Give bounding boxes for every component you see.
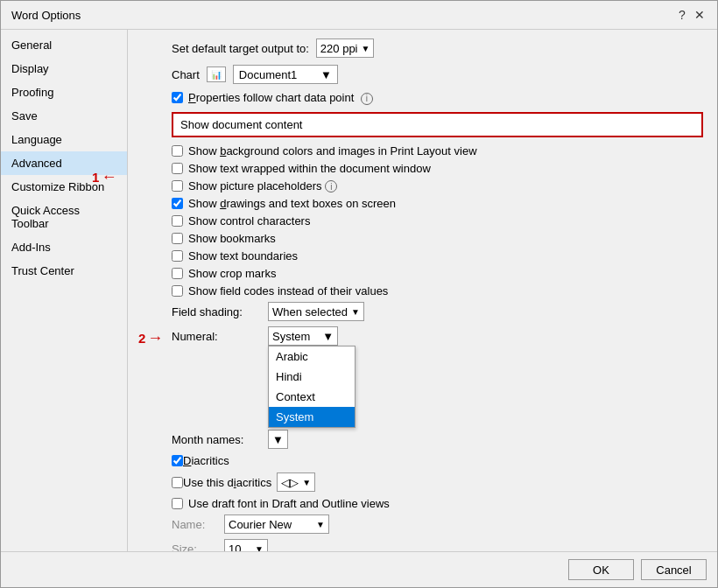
chart-dropdown-arrow-icon: ▼ bbox=[320, 68, 332, 81]
control-chars-row: Show control characters bbox=[172, 214, 703, 228]
field-shading-label: Field shading: bbox=[172, 305, 268, 318]
picture-placeholders-checkbox[interactable] bbox=[172, 180, 183, 192]
text-wrapped-checkbox[interactable] bbox=[172, 163, 183, 174]
drawings-textboxes-label[interactable]: Show drawings and text boxes on screen bbox=[188, 197, 396, 210]
sidebar-item-trust-center[interactable]: Trust Center bbox=[1, 259, 127, 283]
field-codes-checkbox[interactable] bbox=[172, 285, 183, 297]
cancel-button[interactable]: Cancel bbox=[641, 559, 707, 580]
picture-placeholders-label[interactable]: Show picture placeholdersi bbox=[188, 179, 337, 193]
diacritics-arrow-icon: ▼ bbox=[302, 478, 311, 487]
bg-colors-checkbox[interactable] bbox=[172, 145, 183, 157]
diacritics-checkbox[interactable] bbox=[172, 455, 183, 466]
name-label: Name: bbox=[172, 518, 224, 531]
name-arrow-icon: ▼ bbox=[316, 520, 325, 529]
field-shading-row: Field shading: When selected ▼ bbox=[172, 302, 703, 321]
sidebar-item-customize-ribbon[interactable]: Customize Ribbon bbox=[1, 175, 127, 199]
title-bar-buttons: ? ✕ bbox=[675, 8, 707, 22]
month-names-arrow-icon: ▼ bbox=[272, 433, 284, 446]
crop-marks-checkbox[interactable] bbox=[172, 268, 183, 279]
control-chars-checkbox[interactable] bbox=[172, 215, 183, 227]
name-dropdown[interactable]: Courier New ▼ bbox=[224, 514, 329, 534]
numeral-option-context[interactable]: Context bbox=[269, 387, 355, 407]
sidebar-item-add-ins[interactable]: Add-Ins bbox=[1, 235, 127, 259]
sidebar-item-quick-access[interactable]: Quick Access Toolbar bbox=[1, 199, 127, 235]
size-row: Size: 10 ▼ bbox=[172, 539, 703, 551]
use-draft-font-checkbox[interactable] bbox=[172, 498, 183, 509]
diacritics-options-arrow-icon: ◁▷ bbox=[281, 476, 299, 489]
name-value: Courier New bbox=[229, 518, 292, 531]
text-boundaries-label[interactable]: Show text boundaries bbox=[188, 249, 298, 262]
drawings-textboxes-row: Show drawings and text boxes on screen bbox=[172, 197, 703, 210]
dialog-footer: OK Cancel bbox=[1, 551, 717, 587]
properties-follow-label[interactable]: Properties follow chart data point i bbox=[188, 91, 373, 105]
text-boundaries-row: Show text boundaries bbox=[172, 249, 703, 262]
word-options-dialog: Word Options ? ✕ General Display Proofin… bbox=[0, 0, 718, 588]
numeral-value: System bbox=[272, 330, 310, 343]
chart-document-value: Document1 bbox=[239, 68, 297, 81]
use-diacritics-checkbox[interactable] bbox=[172, 477, 183, 488]
properties-follow-info-icon[interactable]: i bbox=[361, 93, 373, 105]
size-arrow-icon: ▼ bbox=[255, 544, 264, 552]
target-output-row: Set default target output to: 220 ppi ▼ bbox=[172, 38, 703, 58]
numeral-label: Numeral: bbox=[172, 330, 268, 343]
sidebar-item-general[interactable]: General bbox=[1, 33, 127, 57]
name-row: Name: Courier New ▼ bbox=[172, 514, 703, 534]
field-codes-row: Show field codes instead of their values bbox=[172, 284, 703, 298]
size-dropdown[interactable]: 10 ▼ bbox=[224, 539, 268, 551]
diacritics-row: Diacritics bbox=[172, 454, 703, 467]
bg-colors-label[interactable]: Show background colors and images in Pri… bbox=[188, 144, 477, 158]
field-codes-label[interactable]: Show field codes instead of their values bbox=[188, 284, 388, 298]
text-boundaries-checkbox[interactable] bbox=[172, 250, 183, 262]
diacritics-options-dropdown[interactable]: ◁▷ ▼ bbox=[277, 472, 315, 492]
bookmarks-label[interactable]: Show bookmarks bbox=[188, 232, 276, 245]
picture-placeholders-info-icon[interactable]: i bbox=[325, 180, 337, 192]
chart-label: Chart bbox=[172, 68, 200, 81]
chart-icon: 📊 bbox=[207, 66, 226, 82]
annotation-2: 2 → bbox=[138, 329, 163, 347]
numeral-arrow-icon: ▼ bbox=[322, 330, 334, 343]
size-label: Size: bbox=[172, 542, 224, 552]
control-chars-label[interactable]: Show control characters bbox=[188, 214, 310, 228]
use-draft-font-label[interactable]: Use draft font in Draft and Outline view… bbox=[188, 497, 390, 510]
annotation-2-arrow-icon: → bbox=[147, 329, 163, 347]
numeral-option-system[interactable]: System bbox=[269, 407, 355, 427]
target-output-value: 220 ppi bbox=[320, 42, 358, 55]
picture-placeholders-row: Show picture placeholdersi bbox=[172, 179, 703, 193]
numeral-option-hindi[interactable]: Hindi bbox=[269, 367, 355, 387]
sidebar: General Display Proofing Save Language A… bbox=[1, 30, 128, 551]
sidebar-item-language[interactable]: Language bbox=[1, 128, 127, 151]
crop-marks-label[interactable]: Show crop marks bbox=[188, 267, 276, 280]
numeral-dropdown-menu: Arabic Hindi Context System bbox=[268, 346, 355, 428]
numeral-dropdown[interactable]: System ▼ bbox=[268, 326, 338, 346]
sidebar-item-display[interactable]: Display bbox=[1, 57, 127, 80]
chart-document-dropdown[interactable]: Document1 ▼ bbox=[233, 65, 338, 84]
month-names-row: Month names: ▼ bbox=[172, 430, 703, 449]
size-value: 10 bbox=[229, 542, 241, 552]
bookmarks-checkbox[interactable] bbox=[172, 233, 183, 244]
target-output-arrow-icon: ▼ bbox=[362, 44, 370, 53]
field-shading-value: When selected bbox=[272, 305, 348, 318]
help-button[interactable]: ? bbox=[675, 8, 689, 22]
ok-button[interactable]: OK bbox=[568, 559, 634, 580]
close-button[interactable]: ✕ bbox=[693, 8, 707, 22]
chart-row: Chart 📊 Document1 ▼ bbox=[172, 65, 703, 84]
field-shading-dropdown[interactable]: When selected ▼ bbox=[268, 302, 364, 321]
numeral-row: Numeral: System ▼ Arabic Hindi Context bbox=[172, 326, 703, 346]
sidebar-item-advanced[interactable]: Advanced bbox=[1, 151, 127, 175]
text-wrapped-row: Show text wrapped within the document wi… bbox=[172, 162, 703, 175]
bg-colors-row: Show background colors and images in Pri… bbox=[172, 144, 703, 158]
use-diacritics-label[interactable]: Use this diacritics bbox=[183, 476, 271, 489]
drawings-textboxes-checkbox[interactable] bbox=[172, 198, 183, 209]
diacritics-label[interactable]: Diacritics bbox=[183, 454, 229, 467]
annotation-2-number: 2 bbox=[138, 331, 145, 346]
properties-follow-checkbox[interactable] bbox=[172, 92, 183, 103]
month-names-dropdown[interactable]: ▼ bbox=[268, 430, 288, 449]
numeral-section: Numeral: System ▼ Arabic Hindi Context bbox=[172, 326, 703, 351]
target-output-dropdown[interactable]: 220 ppi ▼ bbox=[316, 38, 375, 58]
month-names-label: Month names: bbox=[172, 433, 268, 446]
numeral-option-arabic[interactable]: Arabic bbox=[269, 346, 355, 367]
sidebar-item-save[interactable]: Save bbox=[1, 104, 127, 128]
sidebar-item-proofing[interactable]: Proofing bbox=[1, 80, 127, 104]
text-wrapped-label[interactable]: Show text wrapped within the document wi… bbox=[188, 162, 431, 175]
target-output-label: Set default target output to: bbox=[172, 42, 309, 55]
